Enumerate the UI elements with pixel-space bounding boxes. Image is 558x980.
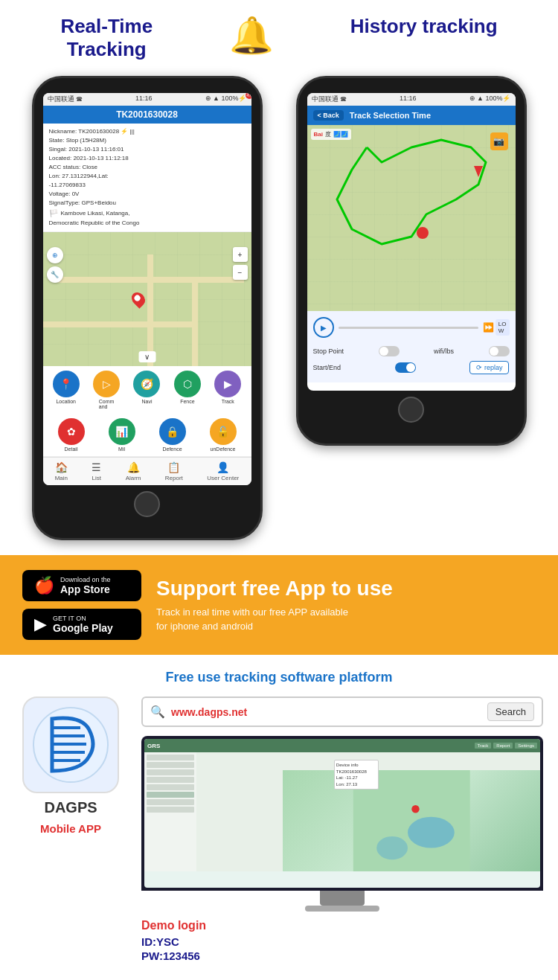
nav-user-center[interactable]: 👤 User Center [207,461,239,481]
bottom-nav-left: 🏠 Main ☰ List 🔔47 Alarm 📋 Report [43,457,251,485]
grs-nav-item1: Track [475,743,492,749]
search-button[interactable]: Search [487,702,534,721]
app-store-text: Download on the App Store [60,576,111,595]
grs-nav-item2: Report [493,743,513,749]
nav-alarm[interactable]: 🔔47 Alarm [126,461,141,481]
bell-center: 🔔 [229,15,274,57]
btn-location-label: Location [56,399,75,404]
road-v2 [192,277,198,366]
grs-row-2 [147,762,194,768]
svg-point-11 [411,805,419,813]
info-line-9: SignalType: GPS+Beidou [49,199,246,208]
grs-row-4 [147,777,194,783]
btn-location[interactable]: 📍 Location [53,371,80,409]
platform-title: Free use tracking software platform [15,670,543,685]
btn-detail-label: Detail [65,446,78,452]
device-info: Nickname: TK2001630028 ⚡ ||| State: Stop… [43,124,251,232]
btn-command-label: Command [99,399,115,409]
grs-map-display [283,770,541,871]
demo-id: ID:YSC [141,935,543,948]
nav-list[interactable]: ☰ List [92,461,101,481]
wifi-lbs-label: wifi/lbs [434,348,454,355]
stop-point-row: Stop Point wifi/lbs [313,344,510,359]
stop-point-toggle[interactable] [379,346,400,356]
grs-row-3 [147,769,194,775]
start-end-toggle[interactable] [395,362,416,373]
playback-bar: ▶ ⏩ LOW [313,317,510,338]
time-left: 11:16 [135,95,153,104]
search-icon: 🔍 [150,705,165,719]
monitor-wrapper: GRS Track Report Settings [141,736,543,912]
monitor-screen: GRS Track Report Settings [141,736,543,891]
home-btn-left[interactable] [134,491,160,517]
info-line-8: Voltage: 0V [49,190,246,199]
app-store-button[interactable]: 🍎 Download on the App Store [22,570,141,601]
phones-section: 中国联通 ☎ 11:16 ⊕ ▲ 100%⚡ TK2001630028 Nick… [0,68,558,555]
support-title: Support free App to use [156,577,536,601]
phone-screen-right: 中国联通 ☎ 11:16 ⊕ ▲ 100%⚡ < Back Track Sele… [307,93,516,391]
btn-track[interactable]: ▶ Track [214,371,241,409]
grs-header: GRS Track Report Settings [144,739,540,752]
wifi-lbs-toggle[interactable] [489,346,510,356]
svg-point-10 [376,836,408,859]
expand-btn[interactable]: ∨ [138,351,155,362]
grs-row-5 [147,784,194,790]
app-store-large-text: App Store [60,583,111,595]
google-play-icon: ▶ [34,615,47,634]
btn-track-label: Track [222,399,234,404]
back-button[interactable]: < Back [313,110,344,121]
btn-command[interactable]: ▷ Command [93,371,120,409]
status-bar-left: 中国联通 ☎ 11:16 ⊕ ▲ 100%⚡ [43,93,251,106]
nav-report[interactable]: 📋 Report [165,461,183,481]
play-button[interactable]: ▶ [313,317,334,338]
svg-point-0 [417,227,429,239]
phone-frame-left: 中国联通 ☎ 11:16 ⊕ ▲ 100%⚡ TK2001630028 Nick… [32,76,263,540]
phone-left: 中国联通 ☎ 11:16 ⊕ ▲ 100%⚡ TK2001630028 Nick… [32,76,263,540]
info-line-1: Nickname: TK2001630028 ⚡ ||| [49,127,246,136]
btn-undefence[interactable]: 🔓 unDefence [210,418,237,452]
history-title: History tracking [350,15,498,38]
btn-mil[interactable]: 📊 Mil [109,418,135,452]
grs-popup-content: Device info TK2001630028 Lat: -11.27 Lon… [336,762,376,787]
google-play-small-text: GET IT ON [53,615,113,622]
google-play-button[interactable]: ▶ GET IT ON Google Play [22,609,141,640]
progress-bar[interactable] [339,327,478,329]
mobile-app-label: Mobile APP [40,822,101,835]
device-title-left: TK2001630028 [43,106,251,124]
home-btn-right[interactable] [398,397,424,423]
replay-button[interactable]: ⟳ replay [469,361,509,374]
btn-navi[interactable]: 🧭 Navi [133,371,160,409]
signal-left: ⊕ ▲ 100%⚡ [205,95,247,104]
apple-icon: 🍎 [34,576,54,595]
info-line-2: State: Stop (15H28M) [49,136,246,145]
google-play-large-text: Google Play [53,622,113,634]
stop-point-label: Stop Point [313,348,344,355]
speed-badge: LOW [496,319,510,336]
monitor-display: GRS Track Report Settings [144,739,540,888]
yellow-section: 🍎 Download on the App Store ▶ GET IT ON … [0,555,558,655]
app-store-small-text: Download on the [60,576,111,583]
btn-defence[interactable]: 🔒 Defence [159,418,186,452]
action-row-1: 📍 Location ▷ Command 🧭 Navi ⬡ Fence [43,366,251,414]
nav-user-label: User Center [207,475,239,481]
grs-row-7 [147,799,194,805]
phone-screen-left: 中国联通 ☎ 11:16 ⊕ ▲ 100%⚡ TK2001630028 Nick… [43,93,251,485]
start-end-label: Start/End [313,364,341,371]
monitor-stand [320,891,365,906]
track-header: < Back Track Selection Time [307,106,516,125]
grs-body: Device info TK2001630028 Lat: -11.27 Lon… [144,752,540,871]
carrier-right: 中国联通 ☎ [312,95,347,104]
btn-detail[interactable]: ✿ Detail [58,418,85,452]
support-subtitle: Track in real time with our free APP ava… [156,605,536,634]
nav-main[interactable]: 🏠 Main [55,461,68,481]
track-title: Track Selection Time [350,111,431,120]
features-section: 1. It can works all over the world！ 2.Su… [0,977,558,980]
photo-pin: 📷 [490,132,508,150]
search-bar[interactable]: 🔍 www.dagps.net Search [141,696,543,727]
grs-nav: Track Report Settings [161,743,537,749]
btn-fence[interactable]: ⬡ Fence [174,371,201,409]
carrier-left: 中国联通 ☎ [48,95,83,104]
grs-row-1 [147,755,194,760]
grs-label: GRS [147,743,160,749]
btn-fence-label: Fence [180,399,194,404]
